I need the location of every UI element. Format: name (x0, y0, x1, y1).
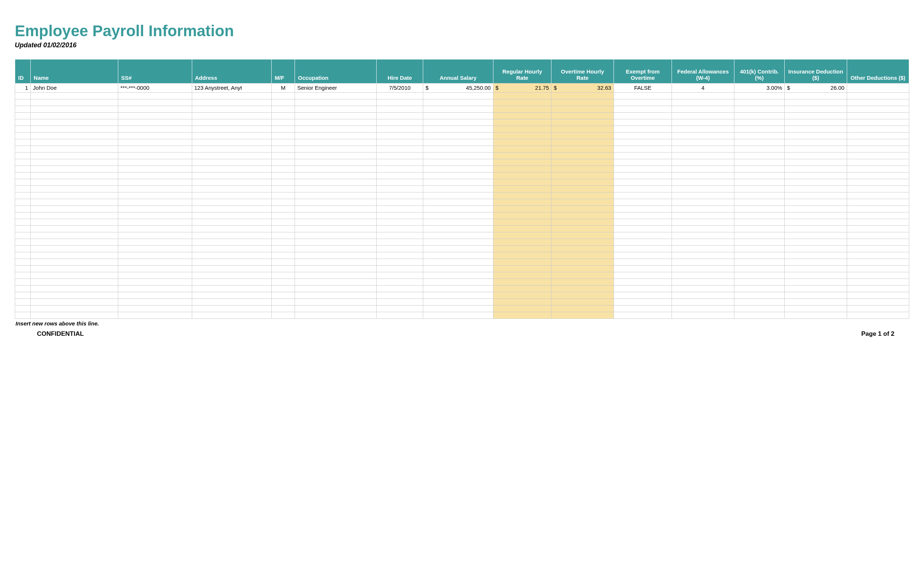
empty-cell[interactable] (377, 292, 423, 299)
empty-cell[interactable] (118, 279, 192, 286)
empty-cell[interactable] (423, 266, 493, 272)
empty-cell[interactable] (785, 146, 847, 153)
cell-insurance[interactable]: $26.00 (785, 84, 847, 93)
empty-cell[interactable] (31, 312, 118, 319)
empty-cell[interactable] (377, 133, 423, 139)
empty-cell[interactable] (15, 306, 31, 312)
empty-cell[interactable] (847, 246, 909, 252)
empty-cell[interactable] (785, 133, 847, 139)
empty-cell[interactable] (118, 312, 192, 319)
empty-cell[interactable] (295, 186, 377, 192)
empty-cell[interactable] (423, 212, 493, 219)
empty-cell[interactable] (493, 99, 551, 106)
empty-cell[interactable] (31, 99, 118, 106)
empty-cell[interactable] (847, 186, 909, 192)
empty-cell[interactable] (614, 146, 672, 153)
empty-cell[interactable] (377, 113, 423, 119)
empty-cell[interactable] (295, 212, 377, 219)
empty-cell[interactable] (192, 306, 272, 312)
empty-cell[interactable] (31, 259, 118, 266)
empty-cell[interactable] (31, 212, 118, 219)
empty-cell[interactable] (672, 179, 734, 186)
empty-cell[interactable] (192, 312, 272, 319)
empty-cell[interactable] (272, 299, 295, 306)
empty-cell[interactable] (118, 126, 192, 133)
table-row[interactable]: 1 John Doe ***-***-0000 123 Anystreet, A… (15, 84, 909, 93)
empty-cell[interactable] (493, 139, 551, 146)
empty-cell[interactable] (847, 219, 909, 226)
empty-cell[interactable] (785, 186, 847, 192)
empty-cell[interactable] (423, 306, 493, 312)
empty-cell[interactable] (785, 212, 847, 219)
empty-cell[interactable] (118, 252, 192, 259)
empty-cell[interactable] (551, 106, 614, 113)
empty-cell[interactable] (847, 232, 909, 239)
empty-cell[interactable] (847, 133, 909, 139)
empty-cell[interactable] (847, 312, 909, 319)
empty-cell[interactable] (31, 159, 118, 166)
empty-cell[interactable] (847, 192, 909, 199)
empty-cell[interactable] (295, 266, 377, 272)
empty-cell[interactable] (423, 232, 493, 239)
empty-cell[interactable] (192, 272, 272, 279)
empty-cell[interactable] (423, 159, 493, 166)
empty-cell[interactable] (614, 232, 672, 239)
empty-cell[interactable] (847, 239, 909, 246)
empty-cell[interactable] (493, 206, 551, 212)
empty-cell[interactable] (377, 272, 423, 279)
empty-cell[interactable] (118, 226, 192, 232)
empty-cell[interactable] (734, 219, 785, 226)
empty-cell[interactable] (672, 139, 734, 146)
empty-cell[interactable] (295, 139, 377, 146)
empty-cell[interactable] (847, 146, 909, 153)
empty-cell[interactable] (734, 312, 785, 319)
empty-cell[interactable] (734, 292, 785, 299)
empty-cell[interactable] (31, 166, 118, 173)
table-row[interactable] (15, 272, 909, 279)
empty-cell[interactable] (295, 252, 377, 259)
empty-cell[interactable] (847, 212, 909, 219)
empty-cell[interactable] (493, 192, 551, 199)
empty-cell[interactable] (785, 219, 847, 226)
empty-cell[interactable] (192, 246, 272, 252)
empty-cell[interactable] (551, 179, 614, 186)
empty-cell[interactable] (734, 173, 785, 179)
empty-cell[interactable] (15, 226, 31, 232)
empty-cell[interactable] (493, 159, 551, 166)
empty-cell[interactable] (272, 113, 295, 119)
table-row[interactable] (15, 286, 909, 292)
empty-cell[interactable] (272, 286, 295, 292)
empty-cell[interactable] (551, 226, 614, 232)
table-row[interactable] (15, 153, 909, 159)
empty-cell[interactable] (423, 153, 493, 159)
empty-cell[interactable] (272, 232, 295, 239)
table-row[interactable] (15, 99, 909, 106)
empty-cell[interactable] (118, 199, 192, 206)
empty-cell[interactable] (672, 239, 734, 246)
empty-cell[interactable] (15, 279, 31, 286)
empty-cell[interactable] (847, 113, 909, 119)
empty-cell[interactable] (377, 299, 423, 306)
empty-cell[interactable] (551, 272, 614, 279)
empty-cell[interactable] (734, 179, 785, 186)
empty-cell[interactable] (785, 259, 847, 266)
empty-cell[interactable] (734, 159, 785, 166)
empty-cell[interactable] (672, 272, 734, 279)
empty-cell[interactable] (295, 166, 377, 173)
empty-cell[interactable] (614, 279, 672, 286)
cell-federal-allowances[interactable]: 4 (672, 84, 734, 93)
empty-cell[interactable] (493, 246, 551, 252)
empty-cell[interactable] (672, 279, 734, 286)
empty-cell[interactable] (785, 206, 847, 212)
empty-cell[interactable] (551, 99, 614, 106)
empty-cell[interactable] (192, 239, 272, 246)
cell-hire-date[interactable]: 7/5/2010 (377, 84, 423, 93)
empty-cell[interactable] (192, 186, 272, 192)
empty-cell[interactable] (847, 266, 909, 272)
empty-cell[interactable] (551, 286, 614, 292)
cell-address[interactable]: 123 Anystreet, Anyt (192, 84, 272, 93)
empty-cell[interactable] (272, 99, 295, 106)
empty-cell[interactable] (118, 192, 192, 199)
empty-cell[interactable] (423, 259, 493, 266)
empty-cell[interactable] (272, 126, 295, 133)
